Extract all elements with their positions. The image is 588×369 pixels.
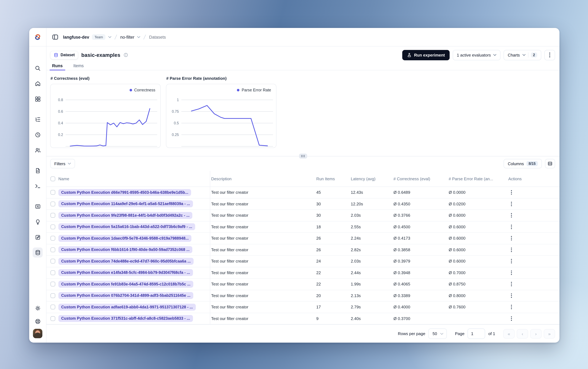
run-name-link[interactable]: Custom Python Execution fe91b83e-04a5-47… bbox=[58, 281, 193, 288]
table-row[interactable]: Custom Python Execution fe91b83e-04a5-47… bbox=[46, 278, 559, 290]
row-checkbox[interactable] bbox=[50, 270, 55, 275]
table-row[interactable]: Custom Python Execution 076b2704-341d-48… bbox=[46, 290, 559, 301]
sidebar-toggle-button[interactable] bbox=[52, 34, 58, 40]
table-row[interactable]: Custom Python Execution 1daec0f9-5e78-43… bbox=[46, 233, 559, 244]
table-row[interactable]: Custom Python Execution f6bb1614-1f90-40… bbox=[46, 244, 559, 256]
filters-button[interactable]: Filters bbox=[50, 159, 75, 168]
rows-per-page-select[interactable]: 50 bbox=[429, 328, 447, 339]
row-actions-menu-button[interactable] bbox=[508, 189, 515, 196]
row-actions-menu-button[interactable] bbox=[508, 258, 515, 265]
info-icon[interactable] bbox=[123, 52, 128, 57]
chevron-down-icon[interactable] bbox=[108, 36, 111, 38]
breadcrumb-org[interactable]: langfuse-dev bbox=[63, 35, 89, 39]
row-checkbox[interactable] bbox=[50, 293, 55, 298]
kebab-menu-icon bbox=[511, 190, 512, 195]
row-checkbox[interactable] bbox=[50, 225, 55, 229]
table-row[interactable]: Custom Python Execution 9fe23f98-881e-44… bbox=[46, 210, 559, 221]
table-row[interactable]: Custom Python Execution 114aa9ef-29e6-4e… bbox=[46, 198, 559, 210]
sidebar-item-datasets[interactable] bbox=[33, 247, 43, 257]
evaluators-dropdown-button[interactable]: 1 active evaluators bbox=[453, 50, 501, 60]
column-header-correctness[interactable]: # Correctness (eval) bbox=[393, 171, 449, 186]
charts-dropdown-button[interactable]: Charts 2 bbox=[504, 50, 541, 60]
table-row[interactable]: Custom Python Execution e14fa348-5cfc-49… bbox=[46, 267, 559, 278]
sidebar-item-users[interactable] bbox=[33, 145, 43, 155]
row-actions-menu-button[interactable] bbox=[508, 212, 515, 219]
sidebar-item-search[interactable] bbox=[33, 63, 43, 73]
more-options-button[interactable] bbox=[544, 50, 555, 60]
breadcrumb-project[interactable]: no-filter bbox=[120, 35, 134, 39]
run-name-link[interactable]: Custom Python Execution 371f531c-abff-4d… bbox=[58, 315, 193, 322]
run-name-link[interactable]: Custom Python Execution 74de488e-ec9d-47… bbox=[58, 258, 193, 265]
table-row[interactable]: Custom Python Execution 371f531c-abff-4d… bbox=[46, 313, 559, 324]
run-name-link[interactable]: Custom Python Execution e14fa348-5cfc-49… bbox=[58, 269, 193, 276]
breadcrumb-section[interactable]: Datasets bbox=[149, 35, 166, 39]
run-name-link[interactable]: Custom Python Execution f6bb1614-1f90-40… bbox=[58, 246, 192, 253]
correctness-value: Ø 0.4173 bbox=[393, 233, 449, 244]
row-height-button[interactable] bbox=[545, 159, 555, 168]
table-row[interactable]: Custom Python Execution 74de488e-ec9d-47… bbox=[46, 256, 559, 267]
last-page-button[interactable]: » bbox=[544, 329, 555, 338]
row-checkbox[interactable] bbox=[50, 202, 55, 206]
run-name-link[interactable]: Custom Python Execution 1daec0f9-5e78-43… bbox=[58, 235, 192, 242]
run-name-link[interactable]: Custom Python Execution d66e7991-8595-45… bbox=[58, 189, 191, 196]
page-number-input[interactable] bbox=[468, 328, 485, 339]
parse-error-rate-value: Ø 0.6000 bbox=[449, 221, 506, 232]
column-header-name[interactable]: Name bbox=[58, 171, 210, 186]
row-checkbox[interactable] bbox=[50, 213, 55, 218]
run-experiment-button[interactable]: Run experiment bbox=[402, 50, 450, 60]
next-page-button[interactable]: › bbox=[530, 329, 542, 338]
column-header-latency[interactable]: Latency (avg) bbox=[351, 171, 393, 186]
row-actions-menu-button[interactable] bbox=[508, 292, 515, 299]
run-name-link[interactable]: Custom Python Execution 9fe23f98-881e-44… bbox=[58, 212, 192, 219]
sidebar-item-playground[interactable] bbox=[33, 181, 43, 191]
columns-button[interactable]: Columns 8/15 bbox=[504, 159, 542, 168]
panel-resize-handle[interactable] bbox=[299, 154, 307, 159]
row-actions-menu-button[interactable] bbox=[508, 281, 515, 288]
row-actions-menu-button[interactable] bbox=[508, 269, 515, 276]
row-actions-menu-button[interactable] bbox=[508, 304, 515, 311]
run-name-link[interactable]: Custom Python Execution 114aa9ef-29e6-4e… bbox=[58, 201, 193, 207]
first-page-button[interactable]: « bbox=[503, 329, 515, 338]
sidebar-item-home[interactable] bbox=[33, 79, 43, 89]
select-all-checkbox[interactable] bbox=[50, 176, 55, 181]
sidebar-item-llm-as-judge[interactable] bbox=[33, 217, 43, 227]
kebab-menu-icon bbox=[511, 236, 512, 241]
run-name-link[interactable]: Custom Python Execution adfae619-abb0-4d… bbox=[58, 304, 196, 311]
row-actions-menu-button[interactable] bbox=[508, 200, 515, 208]
row-checkbox[interactable] bbox=[50, 259, 55, 264]
column-header-parse-error-rate[interactable]: # Parse Error Rate (an... bbox=[449, 171, 506, 186]
tab-items[interactable]: Items bbox=[72, 62, 85, 70]
row-actions-menu-button[interactable] bbox=[508, 246, 515, 253]
row-checkbox[interactable] bbox=[50, 282, 55, 287]
row-actions-menu-button[interactable] bbox=[508, 235, 515, 242]
row-checkbox[interactable] bbox=[50, 305, 55, 309]
sidebar-item-settings[interactable] bbox=[33, 303, 43, 313]
latency-value: 2.82s bbox=[351, 244, 393, 255]
table-row[interactable]: Custom Python Execution d66e7991-8595-45… bbox=[46, 187, 559, 198]
column-header-run-items[interactable]: Run Items bbox=[316, 171, 351, 186]
clipboard-pen-icon bbox=[35, 234, 41, 240]
run-description: Test our filter creator bbox=[210, 187, 316, 198]
sidebar-item-scores[interactable] bbox=[33, 201, 43, 211]
sidebar-item-tracing[interactable] bbox=[33, 114, 43, 124]
row-checkbox[interactable] bbox=[50, 316, 55, 321]
row-actions-menu-button[interactable] bbox=[508, 223, 515, 231]
table-row[interactable]: Custom Python Execution adfae619-abb0-4d… bbox=[46, 301, 559, 313]
chevron-down-icon[interactable] bbox=[137, 36, 140, 38]
row-checkbox[interactable] bbox=[50, 190, 55, 195]
tab-runs[interactable]: Runs bbox=[51, 62, 64, 70]
previous-page-button[interactable]: ‹ bbox=[517, 329, 528, 338]
sidebar-item-dashboards[interactable] bbox=[33, 94, 43, 104]
user-avatar[interactable] bbox=[33, 329, 42, 338]
table-row[interactable]: Custom Python Execution 5a15a616-1bab-44… bbox=[46, 221, 559, 233]
row-actions-menu-button[interactable] bbox=[508, 315, 515, 322]
sidebar-item-prompts[interactable] bbox=[33, 165, 43, 175]
sidebar-item-annotation[interactable] bbox=[33, 232, 43, 242]
row-checkbox[interactable] bbox=[50, 247, 55, 252]
sidebar-item-support[interactable] bbox=[33, 316, 43, 326]
column-header-description[interactable]: Description bbox=[210, 171, 316, 186]
run-name-link[interactable]: Custom Python Execution 076b2704-341d-48… bbox=[58, 292, 193, 299]
run-name-link[interactable]: Custom Python Execution 5a15a616-1bab-44… bbox=[58, 224, 195, 230]
row-checkbox[interactable] bbox=[50, 236, 55, 241]
sidebar-item-sessions[interactable] bbox=[33, 130, 43, 140]
